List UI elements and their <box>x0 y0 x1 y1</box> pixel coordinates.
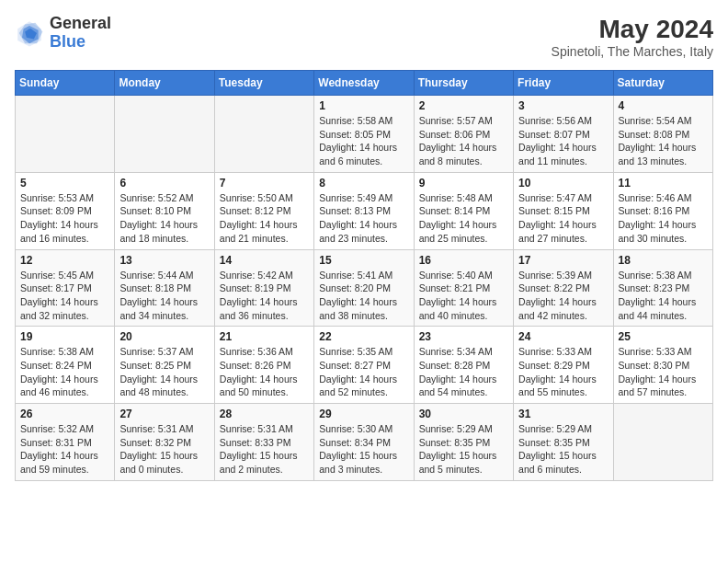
day-cell: 14Sunrise: 5:42 AM Sunset: 8:19 PM Dayli… <box>214 249 313 327</box>
day-info: Sunrise: 5:52 AM Sunset: 8:10 PM Dayligh… <box>119 191 209 246</box>
day-info: Sunrise: 5:50 AM Sunset: 8:12 PM Dayligh… <box>220 191 309 246</box>
day-number: 7 <box>220 177 309 190</box>
day-info: Sunrise: 5:39 AM Sunset: 8:22 PM Dayligh… <box>518 269 608 323</box>
location: Spinetoli, The Marches, Italy <box>552 44 713 59</box>
calendar-header: SundayMondayTuesdayWednesdayThursdayFrid… <box>16 71 713 96</box>
day-info: Sunrise: 5:44 AM Sunset: 8:18 PM Dayligh… <box>119 269 209 323</box>
week-row-4: 19Sunrise: 5:38 AM Sunset: 8:24 PM Dayli… <box>16 327 713 404</box>
day-number: 26 <box>20 408 109 420</box>
day-number: 8 <box>319 177 408 190</box>
col-header-monday: Monday <box>115 71 214 96</box>
day-number: 12 <box>20 254 109 267</box>
day-number: 1 <box>319 99 408 112</box>
day-cell: 15Sunrise: 5:41 AM Sunset: 8:20 PM Dayli… <box>314 249 414 327</box>
day-cell <box>115 96 214 173</box>
day-cell: 19Sunrise: 5:38 AM Sunset: 8:24 PM Dayli… <box>16 327 115 404</box>
day-info: Sunrise: 5:29 AM Sunset: 8:35 PM Dayligh… <box>518 422 608 477</box>
week-row-5: 26Sunrise: 5:32 AM Sunset: 8:31 PM Dayli… <box>16 404 713 481</box>
day-info: Sunrise: 5:41 AM Sunset: 8:20 PM Dayligh… <box>319 269 408 323</box>
day-cell <box>214 96 313 173</box>
logo-general: General <box>50 14 111 32</box>
page-header: General Blue May 2024 Spinetoli, The Mar… <box>15 15 713 59</box>
col-header-thursday: Thursday <box>414 71 513 96</box>
week-row-1: 1Sunrise: 5:58 AM Sunset: 8:05 PM Daylig… <box>16 96 713 173</box>
logo-blue: Blue <box>50 32 85 51</box>
day-cell: 8Sunrise: 5:49 AM Sunset: 8:13 PM Daylig… <box>314 172 414 249</box>
day-cell: 23Sunrise: 5:34 AM Sunset: 8:28 PM Dayli… <box>414 327 513 404</box>
day-number: 5 <box>20 177 109 190</box>
day-cell: 1Sunrise: 5:58 AM Sunset: 8:05 PM Daylig… <box>314 96 414 173</box>
day-number: 16 <box>419 254 508 267</box>
day-cell: 30Sunrise: 5:29 AM Sunset: 8:35 PM Dayli… <box>414 404 513 481</box>
day-cell: 6Sunrise: 5:52 AM Sunset: 8:10 PM Daylig… <box>115 172 214 249</box>
day-number: 23 <box>419 330 508 343</box>
day-cell: 26Sunrise: 5:32 AM Sunset: 8:31 PM Dayli… <box>16 404 115 481</box>
day-info: Sunrise: 5:58 AM Sunset: 8:05 PM Dayligh… <box>319 114 408 168</box>
logo: General Blue <box>15 15 111 52</box>
day-info: Sunrise: 5:31 AM Sunset: 8:33 PM Dayligh… <box>220 422 309 477</box>
day-number: 2 <box>419 99 508 112</box>
day-cell: 2Sunrise: 5:57 AM Sunset: 8:06 PM Daylig… <box>414 96 513 173</box>
day-info: Sunrise: 5:40 AM Sunset: 8:21 PM Dayligh… <box>419 269 508 323</box>
day-info: Sunrise: 5:33 AM Sunset: 8:29 PM Dayligh… <box>518 345 608 399</box>
day-cell: 3Sunrise: 5:56 AM Sunset: 8:07 PM Daylig… <box>514 96 613 173</box>
col-header-wednesday: Wednesday <box>314 71 414 96</box>
day-number: 30 <box>419 408 508 420</box>
day-number: 28 <box>220 408 309 420</box>
day-number: 15 <box>319 254 408 267</box>
day-info: Sunrise: 5:47 AM Sunset: 8:15 PM Dayligh… <box>518 191 608 246</box>
day-number: 24 <box>518 330 608 343</box>
day-number: 9 <box>419 177 508 190</box>
day-cell: 13Sunrise: 5:44 AM Sunset: 8:18 PM Dayli… <box>115 249 214 327</box>
day-info: Sunrise: 5:34 AM Sunset: 8:28 PM Dayligh… <box>419 345 508 399</box>
day-number: 29 <box>319 408 408 420</box>
logo-icon <box>15 18 44 48</box>
day-cell: 7Sunrise: 5:50 AM Sunset: 8:12 PM Daylig… <box>214 172 313 249</box>
day-cell: 28Sunrise: 5:31 AM Sunset: 8:33 PM Dayli… <box>214 404 313 481</box>
logo-text: General Blue <box>50 15 111 52</box>
calendar-table: SundayMondayTuesdayWednesdayThursdayFrid… <box>15 70 713 481</box>
day-cell: 20Sunrise: 5:37 AM Sunset: 8:25 PM Dayli… <box>115 327 214 404</box>
day-info: Sunrise: 5:30 AM Sunset: 8:34 PM Dayligh… <box>319 422 408 477</box>
day-cell: 24Sunrise: 5:33 AM Sunset: 8:29 PM Dayli… <box>514 327 613 404</box>
day-number: 31 <box>518 408 608 420</box>
day-info: Sunrise: 5:57 AM Sunset: 8:06 PM Dayligh… <box>419 114 508 168</box>
day-info: Sunrise: 5:31 AM Sunset: 8:32 PM Dayligh… <box>119 422 209 477</box>
day-info: Sunrise: 5:49 AM Sunset: 8:13 PM Dayligh… <box>319 191 408 246</box>
day-cell: 10Sunrise: 5:47 AM Sunset: 8:15 PM Dayli… <box>514 172 613 249</box>
day-number: 6 <box>119 177 209 190</box>
day-number: 10 <box>518 177 608 190</box>
day-info: Sunrise: 5:38 AM Sunset: 8:24 PM Dayligh… <box>20 345 109 399</box>
day-cell: 27Sunrise: 5:31 AM Sunset: 8:32 PM Dayli… <box>115 404 214 481</box>
day-number: 13 <box>119 254 209 267</box>
day-cell <box>16 96 115 173</box>
day-cell: 29Sunrise: 5:30 AM Sunset: 8:34 PM Dayli… <box>314 404 414 481</box>
day-info: Sunrise: 5:38 AM Sunset: 8:23 PM Dayligh… <box>619 269 708 323</box>
week-row-3: 12Sunrise: 5:45 AM Sunset: 8:17 PM Dayli… <box>16 249 713 327</box>
day-info: Sunrise: 5:36 AM Sunset: 8:26 PM Dayligh… <box>220 345 309 399</box>
day-cell: 5Sunrise: 5:53 AM Sunset: 8:09 PM Daylig… <box>16 172 115 249</box>
day-info: Sunrise: 5:48 AM Sunset: 8:14 PM Dayligh… <box>419 191 508 246</box>
day-info: Sunrise: 5:54 AM Sunset: 8:08 PM Dayligh… <box>619 114 708 168</box>
day-cell: 12Sunrise: 5:45 AM Sunset: 8:17 PM Dayli… <box>16 249 115 327</box>
day-number: 27 <box>119 408 209 420</box>
day-number: 11 <box>619 177 708 190</box>
week-row-2: 5Sunrise: 5:53 AM Sunset: 8:09 PM Daylig… <box>16 172 713 249</box>
day-cell: 11Sunrise: 5:46 AM Sunset: 8:16 PM Dayli… <box>613 172 712 249</box>
day-cell: 4Sunrise: 5:54 AM Sunset: 8:08 PM Daylig… <box>613 96 712 173</box>
day-number: 4 <box>619 99 708 112</box>
day-cell: 22Sunrise: 5:35 AM Sunset: 8:27 PM Dayli… <box>314 327 414 404</box>
day-number: 3 <box>518 99 608 112</box>
day-cell: 31Sunrise: 5:29 AM Sunset: 8:35 PM Dayli… <box>514 404 613 481</box>
day-info: Sunrise: 5:32 AM Sunset: 8:31 PM Dayligh… <box>20 422 109 477</box>
day-cell: 16Sunrise: 5:40 AM Sunset: 8:21 PM Dayli… <box>414 249 513 327</box>
month-title: May 2024 <box>552 15 713 44</box>
day-number: 21 <box>220 330 309 343</box>
day-number: 17 <box>518 254 608 267</box>
header-row: SundayMondayTuesdayWednesdayThursdayFrid… <box>16 71 713 96</box>
day-number: 25 <box>619 330 708 343</box>
day-number: 19 <box>20 330 109 343</box>
day-number: 20 <box>119 330 209 343</box>
day-cell: 21Sunrise: 5:36 AM Sunset: 8:26 PM Dayli… <box>214 327 313 404</box>
day-info: Sunrise: 5:35 AM Sunset: 8:27 PM Dayligh… <box>319 345 408 399</box>
